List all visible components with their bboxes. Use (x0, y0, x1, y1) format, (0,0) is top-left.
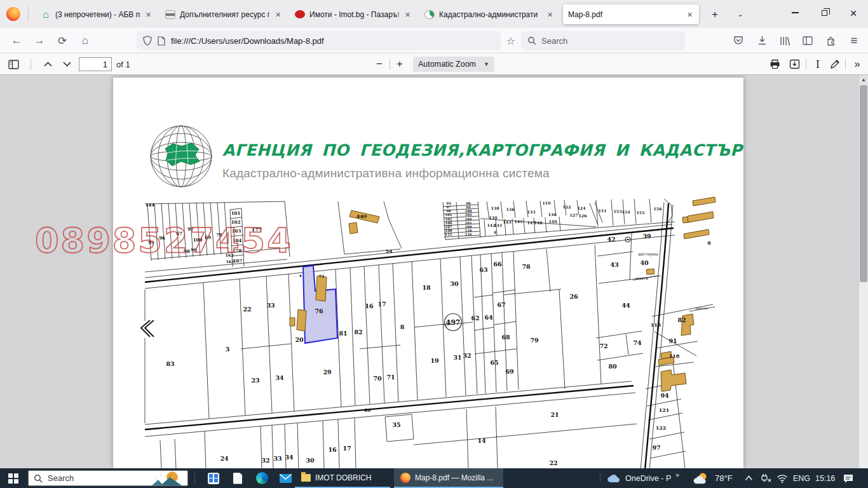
scrollbar-thumb[interactable] (860, 85, 867, 282)
tab-close-icon[interactable]: × (403, 9, 412, 20)
tray-show-hidden-icons[interactable] (745, 468, 753, 488)
titlebar-divider (28, 6, 29, 22)
kais-favicon-globe-icon (424, 10, 435, 19)
zoom-out-icon[interactable]: − (371, 56, 388, 72)
tab-title: (3 непрочетени) - АБВ поща (55, 10, 140, 19)
language-label: ENG (793, 474, 810, 483)
pocket-icon[interactable] (729, 32, 747, 50)
onedrive-status[interactable]: OneDrive - P » (607, 468, 679, 488)
browser-search-bar[interactable]: Search (521, 31, 685, 50)
draw-tool-icon[interactable] (827, 56, 843, 72)
weather-sun-cloud-icon (693, 472, 710, 485)
menu-hamburger-icon[interactable]: ≡ (845, 32, 863, 50)
weather-widget[interactable]: 78°F (693, 468, 733, 488)
save-icon[interactable] (786, 56, 803, 72)
zoom-in-icon[interactable]: + (391, 56, 408, 72)
library-icon[interactable] (776, 32, 794, 50)
bookmark-star-icon[interactable]: ☆ (502, 32, 520, 50)
reload-icon[interactable]: ⟳ (53, 32, 71, 50)
notification-center-icon[interactable] (843, 468, 854, 488)
extensions-icon[interactable] (822, 32, 839, 50)
browser-navbar: ← → ⟳ ⌂ file:///C:/Users/user/Downloads/… (0, 28, 868, 53)
tab-title: Кадастрално-администрати (439, 10, 541, 19)
firefox-icon (400, 473, 410, 483)
chevron-down-icon: ▼ (484, 61, 489, 67)
taskbar-button-map8-pdf[interactable]: Map-8.pdf — Mozilla ... (394, 468, 503, 488)
text-select-tool-icon[interactable]: I (810, 56, 826, 72)
new-tab-button[interactable]: + (707, 6, 723, 23)
document-subtitle: Кадастрално-административна информационн… (222, 166, 550, 180)
search-icon (34, 474, 43, 483)
previous-page-icon[interactable] (39, 56, 56, 72)
taskbar-search-placeholder: Search (48, 473, 74, 483)
tab-kais[interactable]: Кадастрално-администрати × (419, 4, 559, 24)
tab-title: Имоти - Imot.bg - Пазарът н (309, 10, 399, 19)
windows-taskbar: Search IMOT DOBRICH Map-8.pdf — Mozilla … (0, 468, 868, 488)
url-text[interactable]: file:///C:/Users/user/Downloads/Map-8.pd… (171, 36, 324, 46)
forward-icon[interactable]: → (31, 32, 48, 50)
tray-clock[interactable]: 15:16 (815, 468, 835, 488)
pdf-sidebar-toggle-icon[interactable] (5, 56, 22, 72)
tab-imot-bg[interactable]: Имоти - Imot.bg - Пазарът н × (290, 4, 417, 24)
sidebar-icon[interactable] (799, 32, 817, 50)
zoom-select-value: Automatic Zoom (418, 60, 476, 69)
time-label: 15:16 (815, 474, 835, 483)
edge-browser-icon[interactable] (250, 468, 273, 488)
tab-title: Допълнителният ресурс по (180, 10, 269, 19)
search-highlight-art (142, 471, 187, 486)
mail-icon[interactable] (274, 468, 297, 488)
taskbar-divider (600, 473, 600, 483)
next-page-icon[interactable] (58, 56, 75, 72)
tray-language-indicator[interactable]: ENG (793, 468, 810, 488)
abv-mail-favicon-house-icon: ⌂ (41, 10, 51, 20)
zoom-select[interactable]: Automatic Zoom ▼ (413, 57, 494, 72)
tab-resource[interactable]: Допълнителният ресурс по × (160, 4, 287, 24)
taskbar-button-label: IMOT DOBRICH (315, 473, 371, 482)
pdf-viewport: АГЕНЦИЯ ПО ГЕОДЕЗИЯ,КАРТОГРАФИЯ И КАДАСТ… (0, 75, 868, 468)
tray-wifi-icon[interactable] (776, 468, 788, 488)
imot-favicon-red-circle-icon (295, 10, 305, 18)
tab-close-icon[interactable]: × (686, 9, 694, 20)
onedrive-cloud-icon (607, 474, 621, 483)
file-explorer-document-icon[interactable] (226, 468, 249, 488)
search-placeholder: Search (541, 36, 567, 46)
page-count-label: of 1 (116, 60, 130, 69)
tracking-shield-icon[interactable] (143, 36, 152, 46)
folder-icon (301, 474, 311, 482)
page-file-icon[interactable] (158, 36, 165, 46)
tab-map-8-pdf-active[interactable]: Map-8.pdf × (563, 4, 699, 24)
window-close-button[interactable]: × (839, 0, 868, 25)
print-icon[interactable] (766, 56, 783, 72)
chevrons-icon: » (675, 471, 679, 478)
page-number-input[interactable] (79, 57, 112, 71)
taskbar-button-imot-dobrich[interactable]: IMOT DOBRICH (295, 468, 390, 488)
window-minimize-button[interactable] (780, 0, 810, 25)
microsoft-store-icon[interactable] (202, 468, 225, 488)
tray-power-plug-icon[interactable] (760, 468, 771, 488)
scroll-up-arrow-icon[interactable]: ▲ (859, 75, 868, 85)
downloads-icon[interactable] (753, 32, 771, 50)
url-bar[interactable]: file:///C:/Users/user/Downloads/Map-8.pd… (137, 31, 501, 50)
start-button[interactable] (0, 468, 27, 488)
taskbar-search-box[interactable]: Search (28, 470, 188, 486)
tab-abv-mail[interactable]: ⌂ (3 непрочетени) - АБВ поща × (36, 4, 158, 24)
tab-list-dropdown-icon[interactable]: ⌄ (732, 6, 749, 23)
tab-close-icon[interactable]: × (274, 9, 282, 20)
resource-favicon-icon (165, 10, 175, 19)
taskbar-button-label: Map-8.pdf — Mozilla ... (415, 473, 493, 482)
search-icon (527, 36, 536, 45)
vertical-scrollbar[interactable]: ▲ (859, 75, 868, 468)
agency-globe-logo (146, 118, 216, 194)
tab-close-icon[interactable]: × (546, 9, 554, 20)
browser-titlebar: ⌂ (3 непрочетени) - АБВ поща × Допълните… (0, 0, 868, 28)
tab-close-icon[interactable]: × (144, 9, 153, 20)
onedrive-label: OneDrive - P (625, 474, 671, 483)
window-restore-button[interactable] (810, 0, 839, 25)
tab-title: Map-8.pdf (568, 10, 681, 19)
home-icon[interactable]: ⌂ (76, 32, 94, 50)
screen: ⌂ (3 непрочетени) - АБВ поща × Допълните… (0, 0, 868, 488)
more-tools-icon[interactable]: » (849, 56, 865, 72)
back-icon[interactable]: ← (8, 32, 25, 50)
pdf-toolbar: of 1 − + Automatic Zoom ▼ I » (0, 53, 868, 75)
firefox-logo-icon[interactable] (6, 7, 20, 21)
